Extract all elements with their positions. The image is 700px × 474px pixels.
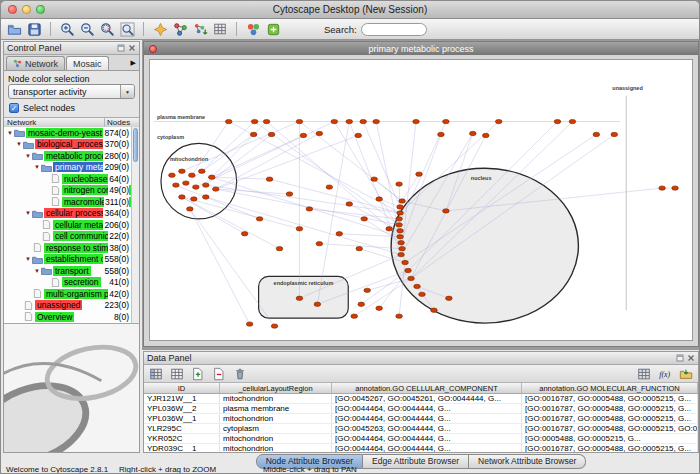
table-cell[interactable]: [GO:0016787, GO:0005488, GO:0005215, G..… xyxy=(522,404,698,413)
import-network-icon[interactable] xyxy=(191,20,209,38)
graph-node[interactable] xyxy=(376,197,383,201)
graph-node[interactable] xyxy=(396,182,403,186)
tab-scroll-right-icon[interactable]: ▶ xyxy=(131,59,136,67)
tree-item[interactable]: Overview8(0) xyxy=(4,311,131,323)
graph-node[interactable] xyxy=(402,260,409,264)
table-cell[interactable]: mitochondrion xyxy=(220,434,332,443)
graph-node[interactable] xyxy=(659,186,666,190)
graph-node[interactable] xyxy=(296,227,303,231)
window-zoom-button[interactable] xyxy=(36,5,45,14)
table-row[interactable]: YPL036W__2plasma membrane[GO:0044464, GO… xyxy=(144,404,698,414)
close-panel-icon[interactable] xyxy=(127,44,136,53)
graph-edge[interactable] xyxy=(399,184,400,207)
graph-node[interactable] xyxy=(263,119,270,123)
tree-item[interactable]: ▼biological_process370(0) xyxy=(4,139,131,151)
tree-item[interactable]: response to stimul...38(0) xyxy=(4,242,131,254)
graph-node[interactable] xyxy=(179,195,186,199)
table-cell[interactable]: YLR295C xyxy=(144,424,220,433)
table-cell[interactable]: [GO:0044464, GO:0044444, G... xyxy=(332,434,522,443)
tree-item[interactable]: ▼metabolic process280(0) xyxy=(4,150,131,162)
graph-node[interactable] xyxy=(413,119,420,123)
graph-node[interactable] xyxy=(193,185,200,189)
table-cell[interactable]: YJR121W__1 xyxy=(144,394,220,403)
table-cell[interactable]: [GO:0045263, GO:0044444, G... xyxy=(332,424,522,433)
graph-node[interactable] xyxy=(183,181,190,185)
table-cell[interactable]: [GO:0016787, GO:0005488, GO:0005215, G..… xyxy=(522,394,698,403)
graph-node[interactable] xyxy=(256,217,263,221)
select-nodes-checkbox[interactable] xyxy=(9,103,19,113)
graph-node[interactable] xyxy=(306,207,313,211)
tree-item[interactable]: nucleobase...64(0) xyxy=(4,173,131,185)
import-attributes-icon[interactable] xyxy=(677,365,695,383)
graph-node[interactable] xyxy=(271,324,278,328)
graph-node[interactable] xyxy=(431,308,438,312)
expand-arrow-icon[interactable]: ▼ xyxy=(24,256,32,262)
graph-node[interactable] xyxy=(251,119,258,123)
expand-arrow-icon[interactable]: ▼ xyxy=(6,130,14,136)
graph-node[interactable] xyxy=(336,232,343,236)
table-cell[interactable]: YDR039C__1 xyxy=(144,444,220,452)
delete-attribute-icon[interactable] xyxy=(210,365,228,383)
function-icon[interactable]: f(x) xyxy=(656,365,674,383)
graph-node[interactable] xyxy=(446,296,453,300)
network-overview-icon[interactable] xyxy=(171,20,189,38)
graph-node[interactable] xyxy=(386,227,393,231)
graph-edge[interactable] xyxy=(349,204,400,231)
graph-node[interactable] xyxy=(414,284,421,288)
graph-node[interactable] xyxy=(360,119,367,123)
tree-item[interactable]: secretion41(0) xyxy=(4,277,131,289)
graph-node[interactable] xyxy=(397,205,404,209)
table-cell[interactable]: [GO:0016787, GO:0005488, GO:0005215, GO:… xyxy=(522,424,698,433)
tree-scrollbar-thumb[interactable] xyxy=(133,128,138,162)
graph-node[interactable] xyxy=(208,175,215,179)
table-cell[interactable]: mitochondrion xyxy=(220,394,332,403)
table-row[interactable]: YLR295Ccytoplasm[GO:0045263, GO:0044444,… xyxy=(144,424,698,434)
search-input[interactable] xyxy=(361,23,427,36)
graph-node[interactable] xyxy=(355,133,362,137)
graph-node[interactable] xyxy=(356,246,363,250)
zoom-out-icon[interactable] xyxy=(78,20,96,38)
tree-item[interactable]: nitrogen compo...49(0) xyxy=(4,185,131,197)
expand-arrow-icon[interactable]: ▼ xyxy=(33,268,41,274)
graph-node[interactable] xyxy=(250,132,257,136)
attribute-combobox[interactable]: transporter activity xyxy=(8,84,135,99)
close-panel-icon[interactable] xyxy=(686,354,695,363)
unselect-attributes-icon[interactable] xyxy=(168,365,186,383)
table-row[interactable]: YPL036W__1mitochondrion[GO:0044464, GO:0… xyxy=(144,414,698,424)
graph-node[interactable] xyxy=(300,133,307,137)
network-canvas-container[interactable]: plasma membranecytoplasmmitochondrionnuc… xyxy=(149,59,693,341)
tree-item[interactable]: cell communica...22(0) xyxy=(4,231,131,243)
window-titlebar[interactable]: Cytoscape Desktop (New Session) xyxy=(1,1,699,19)
graph-edge[interactable] xyxy=(182,197,280,249)
graph-node[interactable] xyxy=(373,119,380,123)
graph-node[interactable] xyxy=(187,207,194,211)
graph-node[interactable] xyxy=(266,177,273,181)
graph-node[interactable] xyxy=(351,314,358,318)
graph-edge[interactable] xyxy=(216,135,358,189)
graph-node[interactable] xyxy=(396,217,403,221)
graph-node[interactable] xyxy=(399,246,406,250)
graph-node[interactable] xyxy=(416,172,423,176)
graph-node[interactable] xyxy=(173,183,180,187)
graph-node[interactable] xyxy=(246,322,253,326)
graph-node[interactable] xyxy=(346,202,353,206)
window-close-button[interactable] xyxy=(8,5,17,14)
graph-node[interactable] xyxy=(569,119,576,123)
graph-node[interactable] xyxy=(346,119,353,123)
graph-node[interactable] xyxy=(376,306,383,310)
tree-column-nodes[interactable]: Nodes xyxy=(105,118,139,127)
expand-arrow-icon[interactable]: ▼ xyxy=(24,153,32,159)
graph-node[interactable] xyxy=(672,186,679,190)
tree-item[interactable]: ▼primary metab...209(0) xyxy=(4,162,131,174)
graph-node[interactable] xyxy=(593,132,600,136)
tree-scrollbar[interactable] xyxy=(131,127,139,323)
save-session-icon[interactable] xyxy=(25,20,43,38)
combobox-arrow-icon[interactable] xyxy=(120,85,134,98)
table-cell[interactable]: YPL036W__1 xyxy=(144,414,220,423)
graph-node[interactable] xyxy=(169,173,176,177)
show-graphics-details-icon[interactable] xyxy=(151,20,169,38)
graph-node[interactable] xyxy=(482,133,489,137)
import-table-icon[interactable] xyxy=(211,20,229,38)
graph-node[interactable] xyxy=(443,209,450,213)
zoom-fit-icon[interactable] xyxy=(118,20,136,38)
